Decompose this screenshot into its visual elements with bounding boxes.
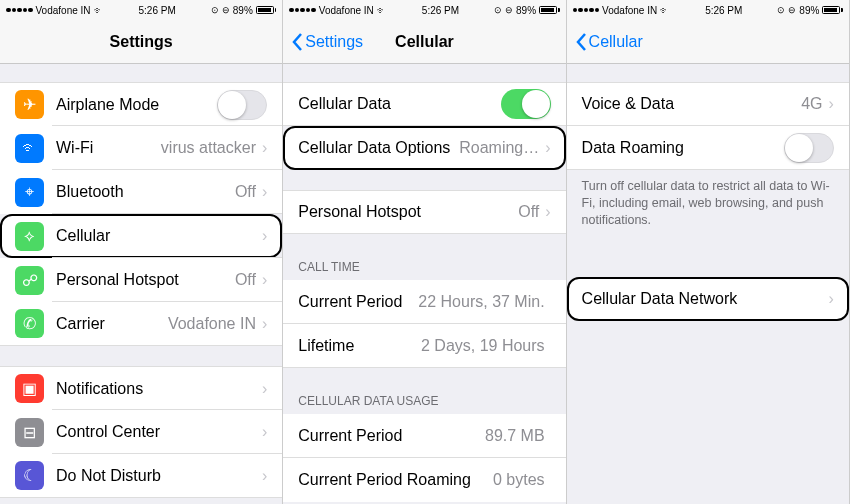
row-label: Cellular Data Network [582, 290, 829, 308]
row-wifi[interactable]: ᯤ Wi-Fi virus attacker › [0, 126, 282, 170]
battery-pct: 89% [233, 5, 253, 16]
bluetooth-icon: ⌖ [15, 178, 44, 207]
row-label: Wi-Fi [56, 139, 161, 157]
battery-icon [256, 6, 277, 14]
control-center-icon: ⊟ [15, 418, 44, 447]
chevron-right-icon: › [262, 227, 267, 245]
clock: 5:26 PM [422, 5, 459, 16]
back-label: Settings [305, 33, 363, 51]
alarm-icon: ⊙ [211, 5, 219, 15]
chevron-right-icon: › [262, 380, 267, 398]
carrier-icon: ✆ [15, 309, 44, 338]
row-current-period-data: Current Period 89.7 MB [283, 414, 565, 458]
status-bar: Vodafone IN ᯤ 5:26 PM ⊙ ⊖ 89% [0, 0, 282, 20]
battery-icon [539, 6, 560, 14]
row-detail: Off [518, 203, 539, 221]
row-personal-hotspot[interactable]: Personal Hotspot Off › [283, 190, 565, 234]
row-detail: Off [235, 183, 256, 201]
back-button[interactable]: Settings [291, 32, 363, 52]
row-control-center[interactable]: ⊟ Control Center › [0, 410, 282, 454]
chevron-left-icon [291, 32, 303, 52]
signal-icon [573, 8, 600, 13]
nav-bar: Settings [0, 20, 282, 64]
row-value: 89.7 MB [485, 427, 545, 445]
row-value: 2 Days, 19 Hours [421, 337, 545, 355]
row-detail: Roaming… [459, 139, 539, 157]
row-voice-data[interactable]: Voice & Data 4G › [567, 82, 849, 126]
section-header-data-usage: CELLULAR DATA USAGE [283, 388, 565, 414]
data-roaming-toggle[interactable] [784, 133, 834, 163]
chevron-right-icon: › [262, 315, 267, 333]
signal-icon [289, 8, 316, 13]
nav-bar: Cellular [567, 20, 849, 64]
battery-icon [822, 6, 843, 14]
screen-cellular: Vodafone IN ᯤ 5:26 PM ⊙ ⊖ 89% Settings C… [283, 0, 566, 504]
chevron-right-icon: › [262, 139, 267, 157]
lock-icon: ⊖ [222, 5, 230, 15]
cellular-list[interactable]: Cellular Data Cellular Data Options Roam… [283, 64, 565, 504]
chevron-right-icon: › [545, 203, 550, 221]
row-label: Do Not Disturb [56, 467, 262, 485]
nav-bar: Settings Cellular [283, 20, 565, 64]
row-bluetooth[interactable]: ⌖ Bluetooth Off › [0, 170, 282, 214]
cellular-data-toggle[interactable] [501, 89, 551, 119]
screen-cellular-options: Vodafone IN ᯤ 5:26 PM ⊙ ⊖ 89% Cellular V… [567, 0, 850, 504]
row-label: Voice & Data [582, 95, 802, 113]
row-cellular-data-network[interactable]: Cellular Data Network › [567, 277, 849, 321]
wifi-icon: ᯤ [15, 134, 44, 163]
airplane-icon: ✈ [15, 90, 44, 119]
lock-icon: ⊖ [788, 5, 796, 15]
clock: 5:26 PM [139, 5, 176, 16]
row-do-not-disturb[interactable]: ☾ Do Not Disturb › [0, 454, 282, 498]
settings-list[interactable]: ✈ Airplane Mode ᯤ Wi-Fi virus attacker ›… [0, 64, 282, 504]
row-lifetime: Lifetime 2 Days, 19 Hours [283, 324, 565, 368]
screen-settings: Vodafone IN ᯤ 5:26 PM ⊙ ⊖ 89% Settings ✈… [0, 0, 283, 504]
row-label: Lifetime [298, 337, 421, 355]
chevron-right-icon: › [829, 95, 834, 113]
chevron-right-icon: › [262, 423, 267, 441]
row-detail: Vodafone IN [168, 315, 256, 333]
row-cellular-data[interactable]: Cellular Data [283, 82, 565, 126]
row-cellular-data-options[interactable]: Cellular Data Options Roaming… › [283, 126, 565, 170]
battery-pct: 89% [799, 5, 819, 16]
row-cellular[interactable]: ⟡ Cellular › [0, 214, 282, 258]
row-airplane-mode[interactable]: ✈ Airplane Mode [0, 82, 282, 126]
alarm-icon: ⊙ [494, 5, 502, 15]
row-label: Data Roaming [582, 139, 784, 157]
wifi-icon: ᯤ [660, 5, 670, 16]
status-bar: Vodafone IN ᯤ 5:26 PM ⊙ ⊖ 89% [567, 0, 849, 20]
page-title: Settings [0, 33, 282, 51]
back-button[interactable]: Cellular [575, 32, 643, 52]
carrier-label: Vodafone IN [319, 5, 374, 16]
row-detail: virus attacker [161, 139, 256, 157]
signal-icon [6, 8, 33, 13]
row-label: Current Period [298, 427, 485, 445]
lock-icon: ⊖ [505, 5, 513, 15]
row-value: 22 Hours, 37 Min. [418, 293, 544, 311]
carrier-label: Vodafone IN [36, 5, 91, 16]
dnd-icon: ☾ [15, 461, 44, 490]
row-carrier[interactable]: ✆ Carrier Vodafone IN › [0, 302, 282, 346]
row-notifications[interactable]: ▣ Notifications › [0, 366, 282, 410]
row-label: Carrier [56, 315, 168, 333]
row-label: Personal Hotspot [56, 271, 235, 289]
row-detail: 4G [801, 95, 822, 113]
row-data-roaming[interactable]: Data Roaming [567, 126, 849, 170]
chevron-right-icon: › [262, 183, 267, 201]
wifi-icon: ᯤ [377, 5, 387, 16]
airplane-toggle[interactable] [217, 90, 267, 120]
hotspot-icon: ☍ [15, 266, 44, 295]
cellular-options-list[interactable]: Voice & Data 4G › Data Roaming Turn off … [567, 64, 849, 504]
cellular-icon: ⟡ [15, 222, 44, 251]
row-personal-hotspot[interactable]: ☍ Personal Hotspot Off › [0, 258, 282, 302]
row-label: Current Period [298, 293, 418, 311]
chevron-left-icon [575, 32, 587, 52]
row-label: Cellular [56, 227, 262, 245]
chevron-right-icon: › [262, 271, 267, 289]
battery-pct: 89% [516, 5, 536, 16]
row-detail: Off [235, 271, 256, 289]
chevron-right-icon: › [262, 467, 267, 485]
row-label: Cellular Data [298, 95, 500, 113]
carrier-label: Vodafone IN [602, 5, 657, 16]
row-label: Current Period Roaming [298, 471, 493, 489]
